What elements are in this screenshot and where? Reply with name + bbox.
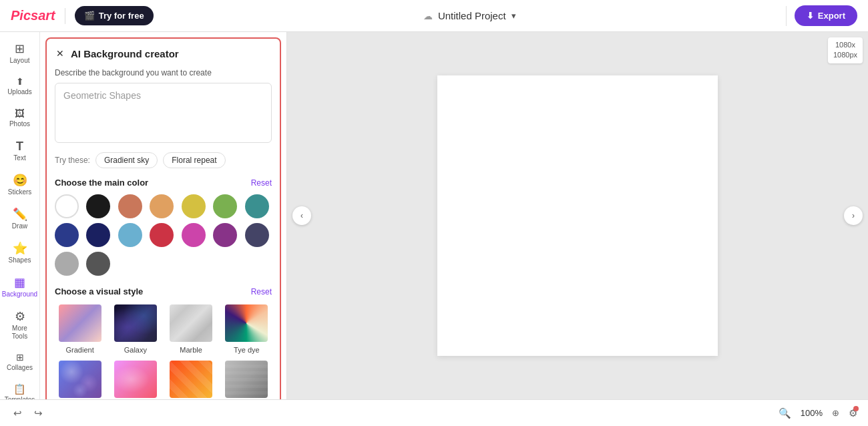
project-title: Untitled Project [438, 10, 506, 21]
color-swatch-yellow[interactable] [182, 194, 206, 218]
collages-icon: ⊞ [16, 353, 24, 362]
header-separator [786, 6, 787, 26]
color-swatch-green[interactable] [213, 194, 237, 218]
undo-button[interactable]: ↩ [11, 405, 25, 422]
try-these-container: Try these: Gradient sky Floral repeat [55, 152, 272, 168]
color-swatch-black[interactable] [86, 194, 110, 218]
style-grid: Gradient Galaxy Marble [55, 303, 272, 399]
sidebar-item-collages[interactable]: ⊞ Collages [1, 347, 39, 377]
sidebar-item-uploads[interactable]: ⬆ Uploads [1, 71, 39, 101]
color-swatch-dark-navy[interactable] [86, 223, 110, 247]
sidebar-item-shapes[interactable]: ⭐ Shapes [1, 237, 39, 270]
style-thumb-splash [113, 359, 158, 399]
settings-button[interactable]: ⚙ [849, 407, 857, 419]
sidebar-label-layout: Layout [9, 57, 29, 65]
style-item-galaxy[interactable]: Galaxy [110, 303, 160, 354]
color-swatch-purple[interactable] [213, 223, 237, 247]
style-thumb-galaxy [113, 303, 158, 343]
redo-button[interactable]: ↪ [31, 405, 45, 422]
sidebar-label-draw: Draw [12, 222, 27, 230]
try-for-free-button[interactable]: 🎬 Try for free [75, 6, 154, 25]
style-item-geometric[interactable]: Geometric [166, 359, 216, 399]
header: Picsart 🎬 Try for free ☁ Untitled Projec… [0, 0, 868, 32]
settings-dot [853, 406, 859, 411]
close-button[interactable]: ✕ [55, 47, 65, 60]
background-description-input[interactable]: Geometric Shapes [55, 83, 272, 143]
draw-icon: ✏️ [13, 208, 27, 220]
color-swatch-teal[interactable] [245, 194, 269, 218]
try-these-label: Try these: [55, 156, 90, 165]
try-chip-floral-repeat[interactable]: Floral repeat [163, 152, 225, 168]
photos-icon: 🖼 [15, 108, 25, 118]
sidebar-item-templates[interactable]: 📋 Templates [1, 379, 39, 399]
export-button[interactable]: ⬇ Export [795, 5, 857, 26]
main-color-header: Choose the main color Reset [55, 178, 272, 188]
sidebar-label-background: Background [2, 290, 37, 298]
sidebar-label-more-tools: More Tools [4, 325, 36, 341]
panel-title: AI Background creator [71, 48, 179, 59]
more-tools-icon: ⚙ [15, 310, 25, 323]
style-item-marble[interactable]: Marble [166, 303, 216, 354]
style-label-galaxy: Galaxy [124, 346, 147, 354]
color-swatch-white[interactable] [55, 194, 79, 218]
project-chevron-icon[interactable]: ▾ [511, 11, 516, 21]
style-label-gradient: Gradient [66, 346, 94, 354]
color-swatch-gray[interactable] [55, 252, 79, 276]
cloud-icon: ☁ [423, 11, 433, 21]
text-icon: T [16, 140, 23, 152]
style-item-abstract[interactable]: Abstract [222, 359, 272, 399]
sidebar-item-draw[interactable]: ✏️ Draw [1, 203, 39, 236]
color-swatch-pink[interactable] [182, 223, 206, 247]
style-thumb-gradient [57, 303, 103, 343]
background-icon: ▦ [14, 276, 25, 288]
color-swatch-dark-purple[interactable] [245, 223, 269, 247]
style-item-tye-dye[interactable]: Tye dye [222, 303, 272, 354]
main-area: ⊞ Layout ⬆ Uploads 🖼 Photos T Text 😊 Sti… [0, 32, 868, 399]
dimension-badge: 1080x 1080px [828, 37, 863, 63]
layout-icon: ⊞ [15, 43, 25, 55]
panel-inner: ✕ AI Background creator Describe the bac… [45, 37, 281, 399]
style-thumb-bokeh [57, 359, 103, 399]
header-right: ⬇ Export [786, 5, 857, 26]
style-label-tye-dye: Tye dye [234, 346, 260, 354]
color-swatch-dark-gray[interactable] [86, 252, 110, 276]
sidebar-label-text: Text [13, 154, 25, 162]
zoom-in-button[interactable]: ⊕ [829, 405, 842, 421]
sidebar-item-stickers[interactable]: 😊 Stickers [1, 169, 39, 202]
try-chip-gradient-sky[interactable]: Gradient sky [95, 152, 158, 168]
export-icon: ⬇ [807, 11, 814, 21]
shapes-icon: ⭐ [13, 242, 27, 254]
style-item-bokeh[interactable]: Bokeh [55, 359, 105, 399]
bottom-left-actions: ↩ ↪ [11, 405, 45, 422]
canvas-area: ‹ › 1080x 1080px [287, 32, 868, 399]
sidebar-label-photos: Photos [9, 120, 30, 128]
visual-style-title: Choose a visual style [55, 286, 143, 296]
main-color-title: Choose the main color [55, 178, 148, 188]
style-item-splash[interactable]: Splash [110, 359, 160, 399]
sidebar-label-collages: Collages [7, 364, 33, 372]
ai-background-panel: ✕ AI Background creator Describe the bac… [40, 32, 287, 399]
sidebar-item-layout[interactable]: ⊞ Layout [1, 37, 39, 70]
visual-style-header: Choose a visual style Reset [55, 286, 272, 296]
sidebar-item-text[interactable]: T Text [1, 135, 39, 168]
bottom-right-actions: 🔍 100% ⊕ ⚙ [776, 405, 857, 422]
canvas-arrow-right[interactable]: › [844, 206, 863, 225]
sidebar-item-more-tools[interactable]: ⚙ More Tools [1, 305, 39, 346]
color-swatch-orange[interactable] [150, 194, 174, 218]
style-label-marble: Marble [180, 346, 202, 354]
style-thumb-abstract [224, 359, 269, 399]
sidebar-item-background[interactable]: ▦ Background [1, 271, 39, 304]
canvas-arrow-left[interactable]: ‹ [292, 206, 311, 225]
video-icon: 🎬 [84, 11, 95, 21]
picsart-logo: Picsart [11, 8, 55, 23]
color-swatch-salmon[interactable] [118, 194, 142, 218]
sidebar-item-photos[interactable]: 🖼 Photos [1, 103, 39, 134]
zoom-out-button[interactable]: 🔍 [776, 405, 794, 422]
color-swatch-light-blue[interactable] [118, 223, 142, 247]
style-thumb-marble [168, 303, 214, 343]
visual-style-reset[interactable]: Reset [251, 287, 272, 296]
style-item-gradient[interactable]: Gradient [55, 303, 105, 354]
main-color-reset[interactable]: Reset [251, 178, 272, 188]
color-swatch-navy[interactable] [55, 223, 79, 247]
color-swatch-red[interactable] [150, 223, 174, 247]
